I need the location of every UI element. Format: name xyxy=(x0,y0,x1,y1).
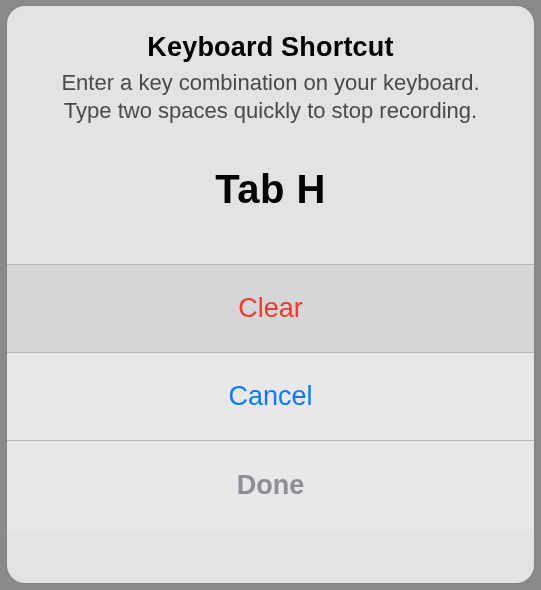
backdrop: Find Keyboard Shortcut Enter a key combi… xyxy=(0,0,541,590)
dialog-header: Keyboard Shortcut Enter a key combinatio… xyxy=(7,6,534,125)
clear-button-label: Clear xyxy=(238,293,303,324)
cancel-button[interactable]: Cancel xyxy=(7,353,534,441)
shortcut-display: Tab H xyxy=(7,125,534,264)
button-stack: Clear Cancel Done xyxy=(7,264,534,529)
clear-button[interactable]: Clear xyxy=(7,265,534,353)
shortcut-value: Tab H xyxy=(215,167,326,211)
cancel-button-label: Cancel xyxy=(228,381,312,412)
dialog-subtitle: Enter a key combination on your keyboard… xyxy=(45,69,496,125)
dialog-title: Keyboard Shortcut xyxy=(45,32,496,63)
keyboard-shortcut-dialog: Keyboard Shortcut Enter a key combinatio… xyxy=(7,6,534,583)
done-button-label: Done xyxy=(237,470,305,501)
done-button[interactable]: Done xyxy=(7,441,534,529)
